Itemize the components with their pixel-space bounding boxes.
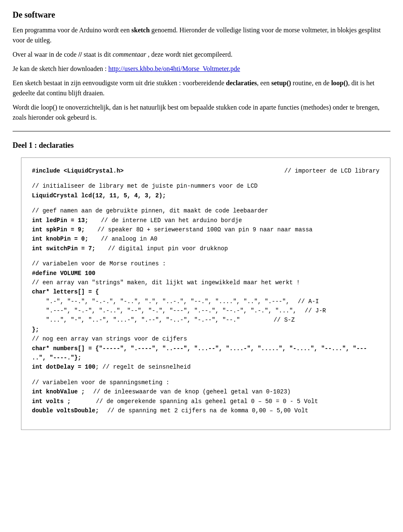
para4-setup: setup() [271, 79, 291, 86]
para1-text: Een programma voor de Arduino wordt een [13, 26, 131, 34]
pin-defs-block: // geef namen aan de gebruikte pinnen, d… [32, 206, 379, 253]
para2-code: // [78, 51, 82, 58]
spkpin-comment: // speaker 8Ω + serieweerstand 100Ω van … [97, 225, 312, 234]
para4-pre: Een sketch bestaat in zijn eenvoudigste … [13, 79, 226, 86]
numbers-array2: ..", "----."}; [32, 353, 379, 362]
para4-loop: loop() [331, 79, 348, 86]
ledpin-comment: // de interne LED van het arduino bordje [101, 216, 242, 225]
dotdelay-bold: int dotDelay = 100 [32, 364, 95, 370]
volts-comment: // de omgerekende spanning als geheel ge… [96, 397, 318, 406]
paragraph-2: Over al waar in de code // staat is dit … [13, 50, 390, 60]
letters-sz-data: "...", "-", "..-", "...-", ".--", "-..-"… [32, 315, 240, 325]
knobvalue-line: int knobValue ; // de inleeswaarde van d… [32, 387, 379, 396]
numbers-comment: // nog een array van strings voor de cij… [32, 334, 379, 343]
voltsdouble-line: double voltsDouble; // de spanning met 2… [32, 406, 379, 415]
sketch-link[interactable]: http://users.khbo.be/on4hti/Morse_Voltme… [108, 65, 240, 72]
para3-pre: Je kan de sketch hier downloaden : [13, 65, 108, 72]
paragraph-1: Een programma voor de Arduino wordt een … [13, 25, 390, 45]
letters-jr-comment: // J-R [305, 306, 326, 315]
volts-bold: int volts ; [32, 397, 71, 406]
para4-declaraties: declaraties [226, 79, 257, 86]
letters-sz-line: "...", "-", "..-", "...-", ".--", "-..-"… [32, 315, 379, 325]
include-comment: // importeer de LCD library [284, 166, 379, 176]
voltage-comment: // variabelen voor de spanningsmeting : [32, 378, 379, 387]
section-divider [13, 131, 390, 131]
paragraph-5: Wordt die loop() te onoverzichtelijk, da… [13, 102, 390, 123]
switchpin-line: int switchPin = 7; // digital input pin … [32, 244, 379, 253]
voltsdouble-bold: double voltsDouble; [32, 406, 99, 415]
para2-mid: staat is dit [82, 51, 113, 58]
letters-jr-data: ".---", "-.-", ".-..", "--", "-.", "---"… [32, 306, 296, 315]
paragraph-3: Je kan de sketch hier downloaden : http:… [13, 64, 390, 74]
knobpin-comment: // analoog in A0 [101, 234, 157, 244]
letters-ai-line: ".-", "--.", "-.-.", "-..", ".", "..-.",… [32, 297, 379, 306]
section1-title: Deel 1 : declaraties [13, 140, 390, 151]
letters-jr-line: ".---", "-.-", ".-..", "--", "-.", "---"… [32, 306, 379, 315]
letters-array-close: }; [32, 325, 379, 334]
letters-array-open: char* letters[] = { [32, 287, 379, 296]
paragraph-4: Een sketch bestaat in zijn eenvoudigste … [13, 78, 390, 98]
lcd-init-block: // initialiseer de library met de juiste… [32, 181, 379, 200]
knobvalue-comment: // de inleeswaarde van de knop (geheel g… [93, 387, 290, 396]
spkpin-line: int spkPin = 9; // speaker 8Ω + seriewee… [32, 225, 379, 234]
ledpin-bold: int ledPin = 13; [32, 216, 88, 225]
para2-italic: commentaar [113, 51, 146, 58]
lcd-init-comment: // initialiseer de library met de juiste… [32, 181, 379, 191]
para4-mid2: routine, en de [291, 79, 331, 86]
code-block-main: #include <LiquidCrystal.h> // importeer … [21, 157, 390, 430]
volume-define: #define VOLUME 100 [32, 269, 379, 278]
switchpin-bold: int switchPin = 7; [32, 244, 95, 253]
numbers-array: char* numbers[] = {"-----", ".----", "..… [32, 344, 379, 353]
knobpin-line: int knobPin = 0; // analoog in A0 [32, 234, 379, 244]
para2-rest: , deze wordt niet gecompileerd. [146, 51, 233, 58]
include-statement: #include <LiquidCrystal.h> [32, 166, 123, 176]
dotdelay-line: int dotDelay = 100; // regelt de seinsne… [32, 362, 379, 372]
ledpin-line: int ledPin = 13; // de interne LED van h… [32, 216, 379, 225]
page-title: De software [13, 8, 390, 21]
letters-ai-comment: // A-I [298, 297, 319, 306]
spkpin-bold: int spkPin = 9; [32, 225, 85, 234]
knobvalue-bold: int knobValue ; [32, 387, 85, 396]
array-comment: // een array van "strings" maken, dit li… [32, 278, 379, 287]
switchpin-comment: // digital input pin voor drukknop [108, 244, 228, 253]
include-line: #include <LiquidCrystal.h> // importeer … [32, 166, 379, 176]
para2-pre: Over al waar in de code [13, 51, 78, 58]
voltsdouble-comment: // de spanning met 2 cijfers na de komma… [107, 406, 309, 415]
morse-comment: // variabelen voor de Morse routines : [32, 259, 379, 268]
para4-mid1: , een [257, 79, 271, 86]
para1-bold: sketch [131, 26, 150, 34]
letters-ai-data: ".-", "--.", "-.-.", "-..", ".", "..-.",… [32, 297, 289, 306]
para5-text: Wordt die loop() te onoverzichtelijk, da… [13, 104, 379, 121]
letters-sz-comment: // S-Z [274, 315, 295, 325]
pin-defs-comment: // geef namen aan de gebruikte pinnen, d… [32, 206, 379, 215]
knobpin-bold: int knobPin = 0; [32, 234, 88, 244]
volts-line: int volts ; // de omgerekende spanning a… [32, 397, 379, 406]
lcd-init-bold: LiquidCrystal lcd(12, 11, 5, 4, 3, 2); [32, 191, 379, 200]
morse-vars-block: // variabelen voor de Morse routines : #… [32, 259, 379, 372]
voltage-vars-block: // variabelen voor de spanningsmeting : … [32, 378, 379, 416]
